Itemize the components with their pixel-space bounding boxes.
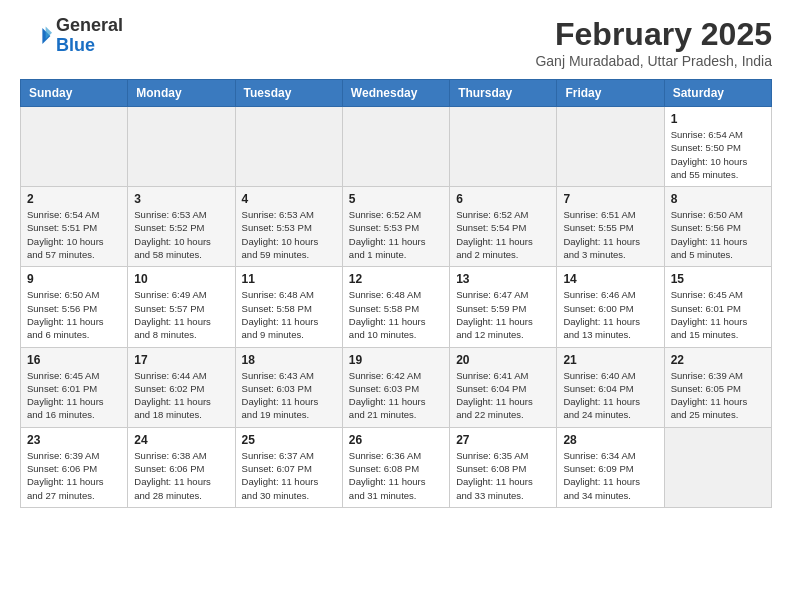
logo-blue: Blue (56, 35, 95, 55)
week-row-1: 1Sunrise: 6:54 AM Sunset: 5:50 PM Daylig… (21, 107, 772, 187)
day-info: Sunrise: 6:52 AM Sunset: 5:53 PM Dayligh… (349, 208, 443, 261)
day-number: 24 (134, 433, 228, 447)
day-number: 22 (671, 353, 765, 367)
header: General Blue February 2025 Ganj Muradaba… (20, 16, 772, 69)
day-cell (342, 107, 449, 187)
day-info: Sunrise: 6:48 AM Sunset: 5:58 PM Dayligh… (349, 288, 443, 341)
logo-text: General Blue (56, 16, 123, 56)
title-block: February 2025 Ganj Muradabad, Uttar Prad… (535, 16, 772, 69)
day-info: Sunrise: 6:39 AM Sunset: 6:06 PM Dayligh… (27, 449, 121, 502)
weekday-tuesday: Tuesday (235, 80, 342, 107)
day-info: Sunrise: 6:37 AM Sunset: 6:07 PM Dayligh… (242, 449, 336, 502)
day-cell: 7Sunrise: 6:51 AM Sunset: 5:55 PM Daylig… (557, 187, 664, 267)
day-number: 20 (456, 353, 550, 367)
day-info: Sunrise: 6:48 AM Sunset: 5:58 PM Dayligh… (242, 288, 336, 341)
day-cell: 2Sunrise: 6:54 AM Sunset: 5:51 PM Daylig… (21, 187, 128, 267)
day-cell: 23Sunrise: 6:39 AM Sunset: 6:06 PM Dayli… (21, 427, 128, 507)
day-info: Sunrise: 6:54 AM Sunset: 5:51 PM Dayligh… (27, 208, 121, 261)
weekday-saturday: Saturday (664, 80, 771, 107)
day-cell: 17Sunrise: 6:44 AM Sunset: 6:02 PM Dayli… (128, 347, 235, 427)
calendar: SundayMondayTuesdayWednesdayThursdayFrid… (20, 79, 772, 508)
day-cell (21, 107, 128, 187)
location: Ganj Muradabad, Uttar Pradesh, India (535, 53, 772, 69)
day-number: 17 (134, 353, 228, 367)
logo-icon (20, 20, 52, 52)
day-info: Sunrise: 6:47 AM Sunset: 5:59 PM Dayligh… (456, 288, 550, 341)
weekday-header-row: SundayMondayTuesdayWednesdayThursdayFrid… (21, 80, 772, 107)
weekday-thursday: Thursday (450, 80, 557, 107)
day-info: Sunrise: 6:50 AM Sunset: 5:56 PM Dayligh… (27, 288, 121, 341)
day-cell: 9Sunrise: 6:50 AM Sunset: 5:56 PM Daylig… (21, 267, 128, 347)
day-info: Sunrise: 6:46 AM Sunset: 6:00 PM Dayligh… (563, 288, 657, 341)
day-number: 8 (671, 192, 765, 206)
day-cell: 20Sunrise: 6:41 AM Sunset: 6:04 PM Dayli… (450, 347, 557, 427)
day-number: 18 (242, 353, 336, 367)
day-info: Sunrise: 6:45 AM Sunset: 6:01 PM Dayligh… (671, 288, 765, 341)
day-cell (557, 107, 664, 187)
week-row-2: 2Sunrise: 6:54 AM Sunset: 5:51 PM Daylig… (21, 187, 772, 267)
week-row-3: 9Sunrise: 6:50 AM Sunset: 5:56 PM Daylig… (21, 267, 772, 347)
day-cell: 12Sunrise: 6:48 AM Sunset: 5:58 PM Dayli… (342, 267, 449, 347)
weekday-monday: Monday (128, 80, 235, 107)
day-number: 6 (456, 192, 550, 206)
day-cell: 5Sunrise: 6:52 AM Sunset: 5:53 PM Daylig… (342, 187, 449, 267)
day-info: Sunrise: 6:36 AM Sunset: 6:08 PM Dayligh… (349, 449, 443, 502)
weekday-friday: Friday (557, 80, 664, 107)
day-cell: 24Sunrise: 6:38 AM Sunset: 6:06 PM Dayli… (128, 427, 235, 507)
day-number: 27 (456, 433, 550, 447)
day-cell: 14Sunrise: 6:46 AM Sunset: 6:00 PM Dayli… (557, 267, 664, 347)
day-info: Sunrise: 6:39 AM Sunset: 6:05 PM Dayligh… (671, 369, 765, 422)
day-info: Sunrise: 6:49 AM Sunset: 5:57 PM Dayligh… (134, 288, 228, 341)
day-number: 19 (349, 353, 443, 367)
day-number: 10 (134, 272, 228, 286)
day-number: 7 (563, 192, 657, 206)
weekday-sunday: Sunday (21, 80, 128, 107)
day-number: 11 (242, 272, 336, 286)
day-number: 25 (242, 433, 336, 447)
day-info: Sunrise: 6:45 AM Sunset: 6:01 PM Dayligh… (27, 369, 121, 422)
day-info: Sunrise: 6:34 AM Sunset: 6:09 PM Dayligh… (563, 449, 657, 502)
day-number: 28 (563, 433, 657, 447)
day-cell: 16Sunrise: 6:45 AM Sunset: 6:01 PM Dayli… (21, 347, 128, 427)
logo: General Blue (20, 16, 123, 56)
day-number: 16 (27, 353, 121, 367)
day-cell (664, 427, 771, 507)
week-row-5: 23Sunrise: 6:39 AM Sunset: 6:06 PM Dayli… (21, 427, 772, 507)
day-info: Sunrise: 6:50 AM Sunset: 5:56 PM Dayligh… (671, 208, 765, 261)
day-info: Sunrise: 6:51 AM Sunset: 5:55 PM Dayligh… (563, 208, 657, 261)
day-cell: 6Sunrise: 6:52 AM Sunset: 5:54 PM Daylig… (450, 187, 557, 267)
day-info: Sunrise: 6:38 AM Sunset: 6:06 PM Dayligh… (134, 449, 228, 502)
day-cell: 11Sunrise: 6:48 AM Sunset: 5:58 PM Dayli… (235, 267, 342, 347)
day-number: 1 (671, 112, 765, 126)
day-info: Sunrise: 6:52 AM Sunset: 5:54 PM Dayligh… (456, 208, 550, 261)
day-number: 15 (671, 272, 765, 286)
day-number: 21 (563, 353, 657, 367)
day-info: Sunrise: 6:44 AM Sunset: 6:02 PM Dayligh… (134, 369, 228, 422)
day-number: 12 (349, 272, 443, 286)
day-cell: 21Sunrise: 6:40 AM Sunset: 6:04 PM Dayli… (557, 347, 664, 427)
day-number: 5 (349, 192, 443, 206)
day-info: Sunrise: 6:40 AM Sunset: 6:04 PM Dayligh… (563, 369, 657, 422)
day-cell (128, 107, 235, 187)
day-cell (235, 107, 342, 187)
day-info: Sunrise: 6:54 AM Sunset: 5:50 PM Dayligh… (671, 128, 765, 181)
day-number: 23 (27, 433, 121, 447)
day-number: 4 (242, 192, 336, 206)
day-number: 26 (349, 433, 443, 447)
day-info: Sunrise: 6:35 AM Sunset: 6:08 PM Dayligh… (456, 449, 550, 502)
day-cell: 4Sunrise: 6:53 AM Sunset: 5:53 PM Daylig… (235, 187, 342, 267)
day-cell: 8Sunrise: 6:50 AM Sunset: 5:56 PM Daylig… (664, 187, 771, 267)
day-info: Sunrise: 6:43 AM Sunset: 6:03 PM Dayligh… (242, 369, 336, 422)
month-title: February 2025 (535, 16, 772, 53)
day-cell: 25Sunrise: 6:37 AM Sunset: 6:07 PM Dayli… (235, 427, 342, 507)
day-cell: 18Sunrise: 6:43 AM Sunset: 6:03 PM Dayli… (235, 347, 342, 427)
day-cell: 22Sunrise: 6:39 AM Sunset: 6:05 PM Dayli… (664, 347, 771, 427)
day-cell: 13Sunrise: 6:47 AM Sunset: 5:59 PM Dayli… (450, 267, 557, 347)
day-info: Sunrise: 6:53 AM Sunset: 5:53 PM Dayligh… (242, 208, 336, 261)
day-cell: 28Sunrise: 6:34 AM Sunset: 6:09 PM Dayli… (557, 427, 664, 507)
weekday-wednesday: Wednesday (342, 80, 449, 107)
day-cell: 15Sunrise: 6:45 AM Sunset: 6:01 PM Dayli… (664, 267, 771, 347)
day-cell: 27Sunrise: 6:35 AM Sunset: 6:08 PM Dayli… (450, 427, 557, 507)
day-cell: 19Sunrise: 6:42 AM Sunset: 6:03 PM Dayli… (342, 347, 449, 427)
day-number: 13 (456, 272, 550, 286)
